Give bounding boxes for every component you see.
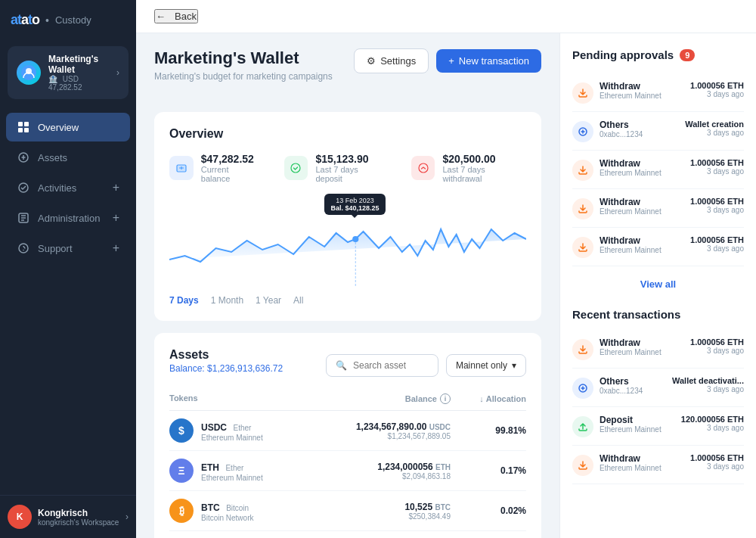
assets-card: Assets Balance: $1,236,913,636.72 🔍 Main… <box>154 333 541 538</box>
filter-all[interactable]: All <box>293 295 303 306</box>
table-row[interactable]: ₿ BTC Bitcoin Bitcoin Network 10,525 BTC… <box>169 491 526 531</box>
svg-point-12 <box>291 163 300 173</box>
token-allocation: 0.17% <box>451 465 526 476</box>
approval-network: Ethereum Mainnet <box>600 92 684 100</box>
network-filter[interactable]: Mainnet only ▾ <box>446 354 526 377</box>
sidebar: atato • Custody Marketing's Wallet 🏦 USD… <box>0 0 136 538</box>
view-all-button[interactable]: View all <box>572 272 744 296</box>
sidebar-item-label: Activities <box>38 182 76 194</box>
sidebar-item-activities[interactable]: Activities + <box>6 173 130 202</box>
token-icon: Ξ <box>169 459 194 483</box>
approval-amount: 1.000056 ETH 3 days ago <box>690 197 744 214</box>
approval-type: Others <box>600 120 679 130</box>
approval-item[interactable]: Withdraw Ethereum Mainnet 1.000056 ETH 3… <box>572 228 744 266</box>
filter-1year[interactable]: 1 Year <box>256 295 281 306</box>
recent-type: Withdraw <box>600 337 684 348</box>
recent-icon <box>572 339 593 360</box>
token-balance: 10,525 BTC $250,384.49 <box>299 502 451 521</box>
approval-network: Ethereum Mainnet <box>600 246 684 254</box>
assets-title: Assets <box>169 348 283 362</box>
administration-add-icon[interactable]: + <box>113 211 119 225</box>
table-row[interactable]: T TOKEN Token name Network 100 TOKEN $10… <box>169 531 526 538</box>
wallet-selector[interactable]: Marketing's Wallet 🏦 USD 47,282.52 › <box>8 46 129 99</box>
sidebar-item-label: Assets <box>38 152 67 163</box>
wallet-info: Marketing's Wallet 🏦 USD 47,282.52 <box>48 54 109 92</box>
token-info: ₿ BTC Bitcoin Bitcoin Network <box>169 499 299 523</box>
pending-badge: 9 <box>680 49 695 61</box>
pending-list: Withdraw Ethereum Mainnet 1.000056 ETH 3… <box>572 73 744 266</box>
pending-title: Pending approvals <box>572 48 674 61</box>
page-subtitle: Marketing's budget for marketing campaig… <box>154 71 333 82</box>
page-header-row: Marketing's Wallet Marketing's budget fo… <box>154 48 541 97</box>
support-icon <box>17 241 30 255</box>
token-details: BTC Bitcoin Bitcoin Network <box>201 500 253 522</box>
overview-card: Overview $47,282.52 Current bala <box>154 112 541 321</box>
approval-icon <box>572 160 593 181</box>
approval-info: Withdraw Ethereum Mainnet <box>600 158 684 177</box>
table-header: Tokens Balance i ↓ Allocation <box>169 387 526 411</box>
approval-item[interactable]: Others 0xabc...1234 Wallet creation 3 da… <box>572 112 744 151</box>
approval-item[interactable]: Withdraw Ethereum Mainnet 1.000056 ETH 3… <box>572 189 744 228</box>
recent-list: Withdraw Ethereum Mainnet 1.000056 ETH 3… <box>572 330 744 484</box>
approval-value: 1.000056 ETH <box>690 235 744 244</box>
recent-value: Wallet deactivati... <box>672 376 744 385</box>
token-info: Ξ ETH Ether Ethereum Mainnet <box>169 459 299 483</box>
deposit-stat-info: $15,123.90 Last 7 days deposit <box>315 153 386 183</box>
search-icon: 🔍 <box>336 360 347 371</box>
activities-add-icon[interactable]: + <box>113 181 119 194</box>
sidebar-item-assets[interactable]: Assets <box>6 143 130 172</box>
sidebar-item-support[interactable]: Support + <box>6 234 130 263</box>
support-add-icon[interactable]: + <box>113 241 119 255</box>
page-title: Marketing's Wallet <box>154 48 333 68</box>
overview-card-title: Overview <box>169 127 526 141</box>
deposit-label: Last 7 days deposit <box>315 165 386 183</box>
recent-item[interactable]: Deposit Ethereum Mainnet 120.000056 ETH … <box>572 407 744 446</box>
user-info: Kongkrisch kongkrisch's Workspace <box>38 508 119 527</box>
recent-time: 3 days ago <box>681 424 744 432</box>
recent-value: 120.000056 ETH <box>681 415 744 424</box>
gear-icon: ⚙ <box>367 55 376 67</box>
table-row[interactable]: Ξ ETH Ether Ethereum Mainnet 1,234,00005… <box>169 451 526 491</box>
sidebar-item-overview[interactable]: Overview <box>6 113 130 141</box>
recent-value: 1.000056 ETH <box>690 337 744 347</box>
recent-network: Ethereum Mainnet <box>600 348 684 356</box>
new-transaction-button[interactable]: + New transaction <box>436 49 541 73</box>
approval-amount: 1.000056 ETH 3 days ago <box>690 235 744 253</box>
col-allocation: ↓ Allocation <box>451 393 526 404</box>
token-network: Ethereum Mainnet <box>201 434 263 442</box>
table-row[interactable]: $ USDC Ether Ethereum Mainnet 1,234,567,… <box>169 411 526 451</box>
overview-icon <box>17 120 30 134</box>
settings-button[interactable]: ⚙ Settings <box>354 48 429 73</box>
recent-item[interactable]: Withdraw Ethereum Mainnet 1.000056 ETH 3… <box>572 446 744 484</box>
activities-icon <box>17 181 30 194</box>
search-asset-input[interactable] <box>353 360 429 371</box>
sidebar-item-administration[interactable]: Administration + <box>6 204 130 232</box>
wallet-name: Marketing's Wallet <box>48 54 109 75</box>
approval-item[interactable]: Withdraw Ethereum Mainnet 1.000056 ETH 3… <box>572 151 744 189</box>
recent-item[interactable]: Others 0xabc...1234 Wallet deactivati...… <box>572 369 744 407</box>
recent-amount: 1.000056 ETH 3 days ago <box>690 337 744 355</box>
token-name: USDC Ether <box>201 420 263 434</box>
token-details: USDC Ether Ethereum Mainnet <box>201 420 263 442</box>
filter-7days[interactable]: 7 Days <box>169 295 199 306</box>
sidebar-item-label: Overview <box>38 122 79 133</box>
user-profile[interactable]: K Kongkrisch kongkrisch's Workspace › <box>8 505 129 529</box>
approval-info: Withdraw Ethereum Mainnet <box>600 197 684 216</box>
withdrawal-stat-info: $20,500.00 Last 7 days withdrawal <box>442 153 526 183</box>
wallet-avatar <box>17 61 41 85</box>
stat-current-balance: $47,282.52 Current balance <box>169 153 260 183</box>
recent-info: Deposit Ethereum Mainnet <box>600 415 675 434</box>
assets-balance: Balance: $1,236,913,636.72 <box>169 363 283 374</box>
recent-type: Others <box>600 376 666 387</box>
sidebar-item-label: Support <box>38 243 73 254</box>
approval-item[interactable]: Withdraw Ethereum Mainnet 1.000056 ETH 3… <box>572 73 744 112</box>
withdrawal-icon <box>411 156 435 180</box>
back-button[interactable]: ← Back <box>154 9 198 23</box>
approval-type: Withdraw <box>600 235 684 246</box>
approval-value: 1.000056 ETH <box>690 81 744 90</box>
search-asset-box[interactable]: 🔍 <box>326 354 438 377</box>
filter-1month[interactable]: 1 Month <box>211 295 243 306</box>
new-transaction-label: New transaction <box>459 55 529 67</box>
recent-item[interactable]: Withdraw Ethereum Mainnet 1.000056 ETH 3… <box>572 330 744 369</box>
user-chevron-icon: › <box>125 512 129 522</box>
